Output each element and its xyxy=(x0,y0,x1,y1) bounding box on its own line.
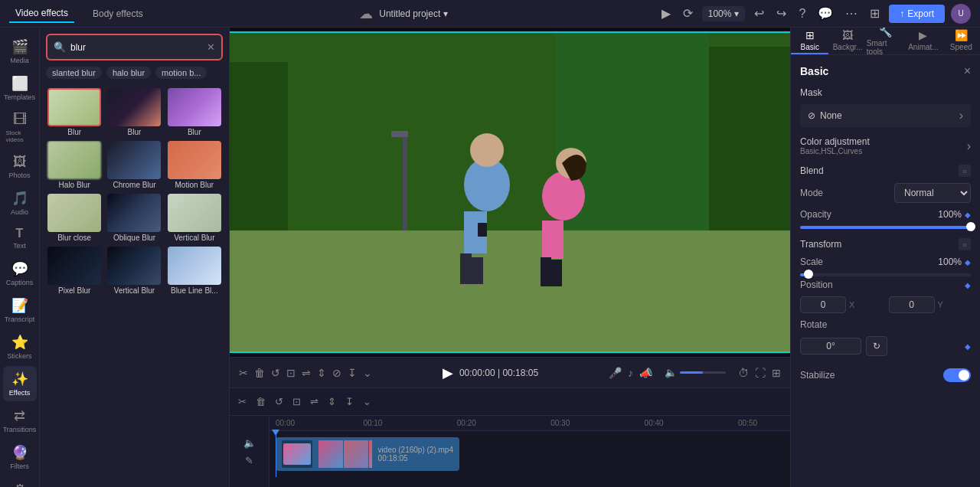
scale-keyframe-icon[interactable]: ◆ xyxy=(965,258,971,266)
sidebar-item-effects[interactable]: ✨ Effects xyxy=(3,366,37,401)
suggestions: slanted blur halo blur motion b... xyxy=(40,67,229,85)
effect-blue-line-blur[interactable]: Blue Line Bl... xyxy=(166,247,223,296)
grid-icon[interactable]: ⊞ xyxy=(772,367,781,379)
sidebar-item-photos[interactable]: 🖼 Photos xyxy=(3,149,37,184)
cut-icon[interactable]: ✂ xyxy=(239,367,248,379)
effect-vertical-blur[interactable]: Vertical Blur xyxy=(166,194,223,244)
comment-icon[interactable]: 💬 xyxy=(815,5,836,22)
position-keyframe-icon[interactable]: ◆ xyxy=(965,281,971,289)
sidebar-item-filters[interactable]: 🔮 Filters xyxy=(3,440,37,475)
more-icon[interactable]: ⋯ xyxy=(842,5,861,22)
timeline-flip-v-tool[interactable]: ⇕ xyxy=(325,394,338,410)
timeline-cut-tool[interactable]: ✂ xyxy=(236,394,249,410)
effect-blur3[interactable]: Blur xyxy=(166,88,223,138)
opacity-slider[interactable] xyxy=(800,226,971,229)
suggestion-motion-blur[interactable]: motion b... xyxy=(155,67,207,79)
rotate-keyframe-icon[interactable]: ◆ xyxy=(965,342,971,351)
effect-oblique-blur[interactable]: Oblique Blur xyxy=(106,194,162,244)
effect-label-blur1: Blur xyxy=(67,126,81,138)
export-button[interactable]: ↑ Export xyxy=(889,5,945,23)
sidebar-item-audio[interactable]: 🎵 Audio xyxy=(3,185,37,221)
music-icon[interactable]: ♪ xyxy=(628,367,633,379)
voiceover-icon[interactable]: 📣 xyxy=(639,367,652,379)
mic-icon[interactable]: 🎤 xyxy=(609,367,622,379)
effect-blur2[interactable]: Blur xyxy=(106,88,162,138)
redo-button[interactable]: ↪ xyxy=(773,5,789,22)
delete-icon[interactable]: 🗑 xyxy=(254,367,265,379)
sidebar-item-stickers[interactable]: ⭐ Stickers xyxy=(3,329,37,364)
effect-motion-blur[interactable]: Motion Blur xyxy=(166,141,223,191)
sidebar-item-media[interactable]: 🎬 Media xyxy=(3,34,37,69)
zoom-selector[interactable]: 100% ▾ xyxy=(702,6,746,21)
volume-left-icon[interactable]: 🔈 xyxy=(243,437,256,449)
export-clip-icon[interactable]: ↧ xyxy=(348,367,357,379)
effect-label-pixel: Pixel Blur xyxy=(58,285,90,296)
right-tab-speed[interactable]: ⏩ Speed xyxy=(942,28,980,54)
sidebar-item-settings[interactable]: ⚙ xyxy=(3,476,37,487)
flip-h-icon[interactable]: ⇌ xyxy=(302,367,311,379)
undo-button[interactable]: ↩ xyxy=(751,5,767,22)
video-clip[interactable]: video (2160p) (2).mp4 00:18:05 xyxy=(276,437,459,471)
volume-slider[interactable] xyxy=(680,371,726,374)
play-button[interactable]: ▶ xyxy=(443,364,453,381)
opacity-row: Opacity 100% ◆ xyxy=(800,209,971,220)
fullscreen-icon[interactable]: ⛶ xyxy=(755,367,766,379)
timeline-export-tool[interactable]: ↧ xyxy=(343,394,356,410)
blend-mode-select[interactable]: Normal xyxy=(894,183,971,203)
edit-left-icon[interactable]: ✎ xyxy=(245,455,253,466)
effect-vertical-blur2[interactable]: Vertical Blur xyxy=(106,247,162,296)
right-tab-smart-tools[interactable]: 🔧 Smart tools xyxy=(867,28,904,54)
sidebar-item-templates[interactable]: ⬜ Templates xyxy=(3,70,37,106)
pos-y-input[interactable] xyxy=(889,296,935,313)
right-tab-animate[interactable]: ▶ Animat... xyxy=(904,28,942,54)
timeline-more-tool[interactable]: ⌄ xyxy=(361,394,374,410)
scale-slider[interactable] xyxy=(800,273,971,276)
tab-body-effects[interactable]: Body effects xyxy=(87,5,149,23)
blend-toggle[interactable]: ○ xyxy=(959,165,971,177)
pos-x-input[interactable] xyxy=(800,296,846,313)
opacity-slider-thumb[interactable] xyxy=(966,222,975,231)
crop-icon[interactable]: ⊡ xyxy=(286,367,296,379)
timeline-crop-tool[interactable]: ⊡ xyxy=(290,394,303,410)
mask-selector[interactable]: ⊘ None › xyxy=(800,104,971,127)
detach-icon[interactable]: ⊘ xyxy=(332,367,341,379)
rotate-flip-button[interactable]: ↻ xyxy=(866,336,887,356)
tab-video-effects[interactable]: Video effects xyxy=(9,5,74,23)
panel-close-button[interactable]: × xyxy=(964,64,971,78)
refresh-icon[interactable]: ⟳ xyxy=(680,5,696,22)
rotate-input[interactable] xyxy=(800,338,861,355)
preview-area: Ratio xyxy=(230,28,790,387)
sidebar-item-transcript[interactable]: 📝 Transcript xyxy=(3,293,37,328)
timeline-flip-h-tool[interactable]: ⇌ xyxy=(308,394,321,410)
flip-v-icon[interactable]: ⇕ xyxy=(317,367,326,379)
opacity-keyframe-icon[interactable]: ◆ xyxy=(965,211,971,219)
suggestion-halo-blur[interactable]: halo blur xyxy=(106,67,151,79)
timeline-delete-tool[interactable]: 🗑 xyxy=(253,394,268,410)
sidebar-item-captions[interactable]: 💬 Captions xyxy=(3,256,37,291)
right-tab-background[interactable]: 🖼 Backgr... xyxy=(828,28,866,54)
sidebar-item-transitions[interactable]: ⇄ Transitions xyxy=(3,403,37,438)
timeline-loop-tool[interactable]: ↺ xyxy=(273,394,286,410)
search-input[interactable] xyxy=(70,42,202,53)
play-icon[interactable]: ▶ xyxy=(658,5,674,22)
effect-pixel-blur[interactable]: Pixel Blur xyxy=(46,247,103,296)
effect-blur1[interactable]: Blur xyxy=(46,88,103,138)
help-icon[interactable]: ? xyxy=(795,5,808,22)
effect-blur-close[interactable]: Blur close xyxy=(46,194,103,244)
suggestion-slanted-blur[interactable]: slanted blur xyxy=(46,67,102,79)
layout-icon[interactable]: ⊞ xyxy=(867,5,883,22)
scale-slider-thumb[interactable] xyxy=(804,270,813,279)
stabilize-toggle[interactable] xyxy=(943,368,971,382)
more-clip-icon[interactable]: ⌄ xyxy=(363,367,372,379)
effect-chrome-blur[interactable]: Chrome Blur xyxy=(106,141,162,191)
clock-icon[interactable]: ⏱ xyxy=(738,367,749,379)
transform-toggle[interactable]: ○ xyxy=(959,238,971,250)
sidebar-item-text[interactable]: T Text xyxy=(3,222,37,254)
effect-halo-blur[interactable]: Halo Blur xyxy=(46,141,103,191)
project-name[interactable]: Untitled project ▾ xyxy=(379,8,448,19)
sidebar-item-stock-videos[interactable]: 🎞 Stock videos xyxy=(3,107,37,148)
clear-icon[interactable]: ✕ xyxy=(207,41,215,53)
loop-icon[interactable]: ↺ xyxy=(271,367,280,379)
effect-thumb-motion xyxy=(168,141,221,179)
right-tab-basic[interactable]: ⊞ Basic xyxy=(791,28,828,54)
